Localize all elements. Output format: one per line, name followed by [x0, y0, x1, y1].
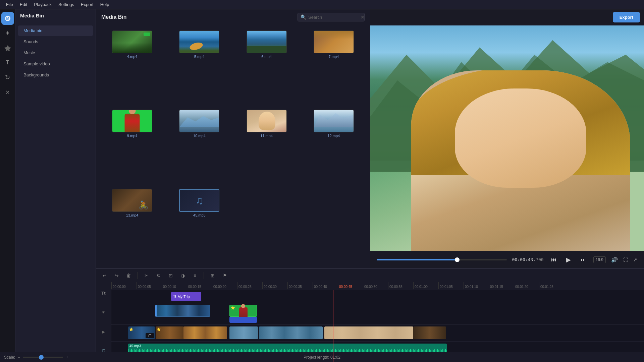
preview-area: Export [370, 9, 644, 268]
search-input[interactable] [308, 15, 359, 20]
ruler-mark: 00:01:20 [514, 282, 539, 289]
title-clip[interactable]: Tt My Trip [171, 292, 201, 301]
fullscreen-icon[interactable]: ⛶ [623, 257, 628, 262]
ruler-mark: 00:01:00 [413, 282, 438, 289]
sidebar-text[interactable]: T [1, 56, 14, 69]
media-item-7mp4[interactable]: 7.mp4 [302, 29, 366, 106]
embed-button[interactable]: ⊞ [208, 271, 217, 280]
menu-bar: File Edit Playback Settings Export Help [0, 0, 644, 9]
redo2-button[interactable]: ↻ [154, 271, 163, 280]
media-item-12mp4[interactable]: 12.mp4 [302, 108, 366, 185]
video-clip-main-5[interactable] [259, 326, 323, 339]
audio-sub-clip[interactable] [229, 317, 257, 323]
color-button[interactable]: ◑ [178, 271, 187, 280]
left-sidebar: M ✦ T ↻ ✕ [0, 9, 15, 362]
nav-music[interactable]: Music [18, 48, 93, 58]
main-area: M ✦ T ↻ ✕ Media Bin Media bin Sounds Mus… [0, 9, 644, 362]
skip-back-button[interactable]: ⏮ [549, 255, 558, 264]
ruler-mark: 00:00:35 [287, 282, 313, 289]
play-button[interactable]: ▶ [564, 255, 573, 264]
effect-track: ⭐ [111, 303, 644, 325]
video-clip-main-6[interactable] [324, 326, 413, 339]
expand-icon[interactable]: ⤢ [633, 257, 637, 262]
track-text-icon[interactable]: Tt [99, 289, 109, 297]
media-grid: 4.mp4 5.mp4 6.mp4 [96, 25, 370, 268]
portrait-scene [370, 25, 644, 251]
ruler-mark: 00:01:25 [539, 282, 564, 289]
search-clear-icon[interactable]: ✕ [361, 14, 365, 20]
video-clip-main-3[interactable] [183, 326, 227, 339]
sidebar-home[interactable]: M [1, 12, 14, 25]
track-video-icon[interactable]: ▶ [99, 328, 109, 336]
flag-button[interactable]: ⚑ [220, 271, 229, 280]
media-item-10mp4[interactable]: 10.mp4 [167, 108, 231, 185]
menu-export[interactable]: Export [77, 1, 97, 8]
nav-backgrounds[interactable]: Backgrounds [18, 70, 93, 80]
menu-help[interactable]: Help [97, 1, 113, 8]
volume-icon[interactable]: 🔊 [611, 256, 618, 263]
toolbar-separator [138, 272, 138, 279]
export-button[interactable]: Export [613, 12, 640, 22]
title-clip-icon: Tt [173, 295, 176, 298]
sidebar-effects[interactable] [1, 42, 14, 54]
crop-button[interactable]: ⊡ [166, 271, 175, 280]
timeline-left-controls: Tt 👁 ▶ 🎵 [96, 282, 111, 362]
menu-settings[interactable]: Settings [55, 1, 77, 8]
menu-edit[interactable]: Edit [16, 1, 31, 8]
progress-bar[interactable] [377, 259, 507, 260]
nav-sounds[interactable]: Sounds [18, 37, 93, 47]
cut-button[interactable]: ✂ [142, 271, 151, 280]
green-screen-clip[interactable]: ⭐ [229, 305, 257, 317]
media-item-label: 12.mp4 [328, 134, 340, 138]
menu-playback[interactable]: Playback [31, 1, 55, 8]
media-item-4mp4[interactable]: 4.mp4 [100, 29, 164, 106]
align-button[interactable]: ≡ [190, 271, 200, 280]
delete-button[interactable]: 🗑 [124, 271, 133, 280]
sidebar-transitions[interactable]: ↻ [1, 71, 14, 84]
search-icon: 🔍 [301, 14, 306, 20]
media-bin-title: Media Bin [101, 14, 293, 20]
ruler-mark: 00:00:10 [162, 282, 187, 289]
progress-thumb[interactable] [455, 257, 460, 262]
media-item-label: 13.mp4 [126, 213, 139, 217]
redo-button[interactable]: ↪ [112, 271, 121, 280]
nav-media-bin[interactable]: Media bin [18, 25, 93, 36]
media-item-11mp4[interactable]: 11.mp4 [234, 108, 299, 185]
media-item-label: 6.mp4 [261, 55, 272, 59]
undo-button[interactable]: ↩ [100, 271, 109, 280]
video-clip-main-2[interactable]: ⭐ [156, 326, 184, 339]
media-panel: Media Bin Media bin Sounds Music Sample … [15, 9, 96, 362]
ruler-mark: 00:00:20 [212, 282, 237, 289]
menu-file[interactable]: File [3, 1, 16, 8]
media-item-label: 7.mp4 [329, 55, 339, 59]
track-visibility-icon[interactable]: 👁 [99, 308, 109, 316]
media-item-label: 5.mp4 [194, 55, 205, 59]
project-length: Project length: 01:02 [304, 355, 340, 360]
timeline-main: 00:00:00 00:00:05 00:00:10 00:00:15 00:0… [111, 282, 644, 362]
media-item-13mp4[interactable]: 🚴 13.mp4 [100, 188, 164, 264]
aspect-ratio-display[interactable]: 16:9 [593, 256, 606, 263]
timeline-content: Tt 👁 ▶ 🎵 00:00:00 00:00:05 00:00:10 00:0… [96, 282, 644, 362]
skip-forward-button[interactable]: ⏭ [579, 255, 588, 264]
sidebar-magic[interactable]: ✦ [1, 27, 14, 40]
search-box[interactable]: 🔍 ✕ [298, 13, 365, 21]
svg-text:M: M [6, 16, 9, 20]
media-item-label: 10.mp4 [193, 134, 206, 138]
nav-sample-video[interactable]: Sample video [18, 59, 93, 69]
timeline-tracks: Tt My Trip ⭐ [111, 290, 644, 362]
media-item-9mp4[interactable]: 9.mp4 [100, 108, 164, 185]
ruler-mark: 00:00:45 [338, 282, 363, 289]
main-video-track: ⭐ ⭐ [111, 325, 644, 342]
time-ruler: 00:00:00 00:00:05 00:00:10 00:00:15 00:0… [111, 282, 644, 290]
video-clip-main-1[interactable]: ⭐ [128, 326, 155, 339]
media-item-6mp4[interactable]: 6.mp4 [234, 29, 299, 106]
sidebar-tools[interactable]: ✕ [1, 86, 14, 99]
video-clip-1[interactable] [155, 305, 210, 317]
ruler-mark: 00:00:30 [262, 282, 287, 289]
media-item-5mp4[interactable]: 5.mp4 [167, 29, 231, 106]
video-clip-main-4[interactable] [229, 326, 258, 339]
video-clip-main-7[interactable] [413, 326, 446, 339]
media-item-45mp3[interactable]: ♫ 45.mp3 [167, 188, 231, 264]
ruler-mark: 00:00:25 [237, 282, 262, 289]
playhead[interactable] [333, 290, 333, 362]
